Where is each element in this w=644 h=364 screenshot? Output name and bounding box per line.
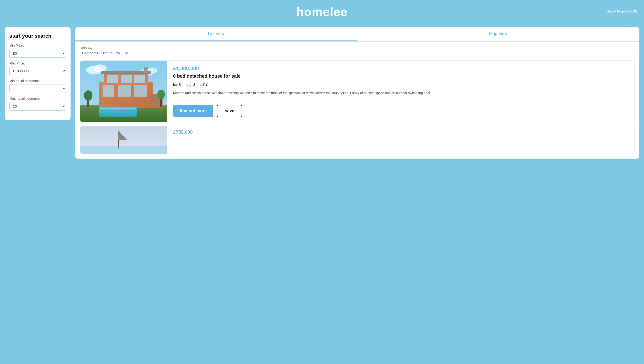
main-content: start your search Min Price: £0 £50000 £… [0,22,644,163]
max-price-group: Max Price: £100000 £250000 £500000 £7500… [10,61,66,75]
bedrooms-feature: 🛏 6 [173,82,181,87]
listing-image-partial [80,126,167,154]
reception-feature: 🛋 2 [200,82,208,87]
tab-list-view[interactable]: List View [75,27,357,41]
sofa-icon: 🛋 [200,82,204,87]
listing-price: £1,000,000 [173,65,628,72]
listing-details: £1,000,000 6 bed detached house for sale… [167,61,634,122]
save-button[interactable]: save [217,105,242,117]
svg-point-21 [84,90,92,101]
bathrooms-feature: 🛁 3 [186,82,195,87]
listing-image [80,61,167,122]
listing-title: 6 bed detached house for sale [173,73,628,79]
sort-label: Sort By: [81,46,634,50]
app-title: homelee [0,5,644,19]
sort-select[interactable]: Bedrooms - High to Low Bedrooms - Low to… [81,50,128,56]
listing-features: 🛏 6 🛁 3 🛋 2 [173,82,628,87]
tab-map-view[interactable]: Map View [357,27,639,41]
max-bedrooms-select[interactable]: 1 2 3 4 5 6 7 8 9 10 [10,102,66,111]
min-price-group: Min Price: £0 £50000 £100000 £200000 £30… [10,44,66,58]
svg-rect-10 [118,85,131,97]
partial-listing-price: £750,000 [173,129,628,135]
svg-rect-8 [101,71,151,74]
header: homelee Saved Properties (0) [0,0,644,22]
sidebar-heading: start your search [10,33,66,39]
min-bedrooms-label: Min no. of bedrooms: [10,79,66,83]
listing-card-partial: £750,000 [80,126,634,154]
svg-rect-9 [102,85,114,97]
max-bedrooms-group: Max no. of bedrooms: 1 2 3 4 5 6 7 8 9 1… [10,97,66,111]
svg-rect-11 [134,85,147,97]
listings-container: £1,000,000 6 bed detached house for sale… [75,58,639,159]
bathrooms-count: 3 [193,82,195,87]
svg-rect-12 [107,75,118,83]
min-price-label: Min Price: [10,44,66,48]
max-bedrooms-label: Max no. of bedrooms: [10,97,66,101]
min-bedrooms-group: Min no. of bedrooms: 1 2 3 4 5 6 7 8 9 1… [10,79,66,93]
bedrooms-count: 6 [179,82,181,87]
max-price-select[interactable]: £100000 £250000 £500000 £750000 £1000000 [10,67,66,75]
svg-point-23 [157,90,165,99]
svg-rect-17 [144,67,148,73]
view-tabs: List View Map View [75,27,639,42]
results-panel: List View Map View Sort By: Bedrooms - H… [75,27,639,159]
min-price-select[interactable]: £0 £50000 £100000 £200000 £300000 £50000… [10,49,66,58]
sidebar: start your search Min Price: £0 £50000 £… [5,27,70,120]
bed-icon: 🛏 [173,82,178,87]
svg-point-2 [94,65,107,72]
svg-rect-13 [121,75,132,83]
bath-icon: 🛁 [186,82,192,87]
listing-details-partial: £750,000 [167,126,634,154]
property-image-svg [80,61,167,122]
svg-rect-14 [134,75,145,83]
saved-properties-link[interactable]: Saved Properties (0) [607,10,637,13]
listing-actions: find out more save [173,105,628,117]
find-out-more-button[interactable]: find out more [173,105,213,117]
partial-property-image-svg [80,126,167,154]
svg-rect-27 [80,146,167,154]
max-price-label: Max Price: [10,61,66,65]
listing-card: £1,000,000 6 bed detached house for sale… [80,61,634,122]
listing-description: Modern and stylish house with floor to c… [173,91,628,100]
min-bedrooms-select[interactable]: 1 2 3 4 5 6 7 8 9 10 [10,84,66,93]
reception-count: 2 [206,82,208,87]
sort-bar: Sort By: Bedrooms - High to Low Bedrooms… [75,42,639,58]
svg-rect-16 [100,108,136,109]
